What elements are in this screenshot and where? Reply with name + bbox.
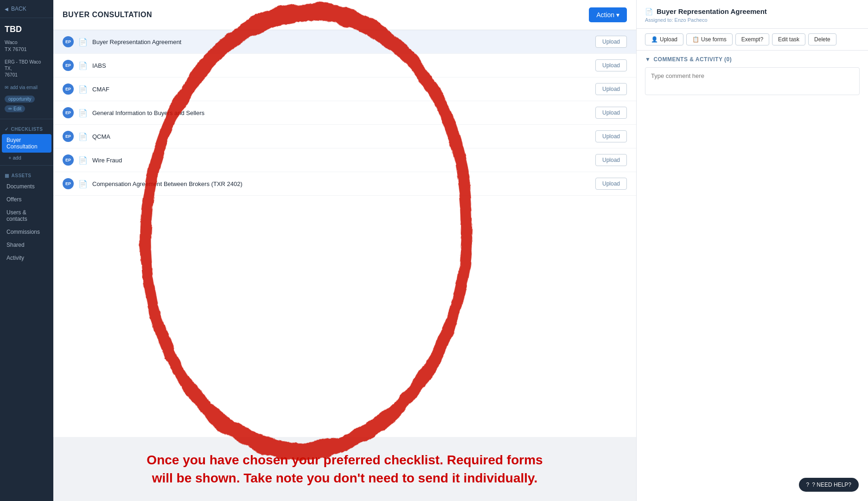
doc-avatar: EP [63,154,74,166]
upload-button[interactable]: Upload [595,130,627,142]
right-panel-header: 📄 Buyer Representation Agreement Assigne… [637,0,868,29]
comments-header[interactable]: ▼ COMMENTS & ACTIVITY (0) [645,56,860,63]
upload-button[interactable]: 👤 Upload [645,33,683,45]
back-label: BACK [11,6,26,12]
document-icon: 📄 [645,8,653,15]
checklists-section-header: ✓ CHECKLISTS [0,122,53,134]
right-panel: 📄 Buyer Representation Agreement Assigne… [636,0,868,501]
doc-file-icon: 📄 [78,85,88,94]
pencil-icon: ✏ [8,106,12,111]
property-location: Waco TX 76701 [0,38,53,58]
doc-name: Wire Fraud [92,157,591,164]
table-row: EP📄IABSUpload [53,54,636,77]
back-arrow-icon: ◀ [5,6,8,12]
property-erg: ERG - TBD Waco TX, 76701 [0,58,53,83]
doc-file-icon: 📄 [78,61,88,70]
sidebar-item-activity[interactable]: Activity [2,252,51,264]
upload-button[interactable]: Upload [595,107,627,119]
table-row: EP📄General Information to Buyers and Sel… [53,101,636,125]
checklist-title: BUYER CONSULTATION [63,11,152,19]
exempt-button[interactable]: Exempt? [735,33,769,45]
doc-file-icon: 📄 [78,180,88,188]
upload-icon: 👤 [651,36,658,43]
tags-container: opportunity ✏ Edit [0,92,53,116]
collapse-icon: ▼ [645,56,651,63]
doc-file-icon: 📄 [78,38,88,46]
opportunity-tag[interactable]: opportunity [5,96,35,103]
use-forms-button[interactable]: 📋 Use forms [686,33,733,45]
doc-name: CMAF [92,86,591,93]
action-button[interactable]: Action ▾ [589,7,627,22]
content-wrapper: BUYER CONSULTATION Action ▾ EP📄Buyer Rep… [53,0,868,501]
property-title: TBD [0,18,53,38]
divider [0,119,53,119]
upload-button[interactable]: Upload [595,178,627,190]
checklists-section-icon: ✓ [5,127,9,132]
main-content: BUYER CONSULTATION Action ▾ EP📄Buyer Rep… [53,0,868,501]
back-button[interactable]: ◀ BACK [0,0,53,18]
doc-avatar: EP [63,178,74,189]
assets-section-header: ▦ ASSETS [0,168,53,180]
doc-name: Buyer Representation Agreement [92,39,591,45]
doc-file-icon: 📄 [78,109,88,117]
divider-assets [0,165,53,166]
comment-input[interactable] [645,67,860,95]
sidebar-add-checklist[interactable]: + add [0,153,53,162]
help-icon: ? [806,482,810,488]
sidebar: ◀ BACK TBD Waco TX 76701 ERG - TBD Waco … [0,0,53,501]
table-row: EP📄CMAFUpload [53,77,636,101]
sidebar-item-documents[interactable]: Documents [2,180,51,193]
email-icon: ✉ [5,85,8,90]
bottom-message-container: Once you have chosen your preferred chec… [53,437,636,501]
sidebar-item-users-contacts[interactable]: Users & contacts [2,206,51,225]
sidebar-item-shared[interactable]: Shared [2,239,51,251]
right-panel-title: 📄 Buyer Representation Agreement [645,7,860,15]
assets-section-icon: ▦ [5,173,9,178]
doc-avatar: EP [63,107,74,118]
doc-avatar: EP [63,60,74,71]
need-help-button[interactable]: ? ? NEED HELP? [799,478,859,492]
edit-task-button[interactable]: Edit task [772,33,805,45]
comments-section: ▼ COMMENTS & ACTIVITY (0) [637,51,868,501]
doc-avatar: EP [63,36,74,47]
doc-name: General Information to Buyers and Seller… [92,109,591,116]
table-row: EP📄Compensation Agreement Between Broker… [53,172,636,196]
doc-avatar: EP [63,84,74,95]
doc-name: QCMA [92,133,591,140]
upload-button[interactable]: Upload [595,36,627,48]
delete-button[interactable]: Delete [808,33,836,45]
edit-tag[interactable]: ✏ Edit [5,105,25,112]
table-row: EP📄Wire FraudUpload [53,148,636,172]
right-panel-actions: 👤 Upload 📋 Use forms Exempt? Edit task D… [637,29,868,51]
doc-file-icon: 📄 [78,156,88,165]
doc-name: Compensation Agreement Between Brokers (… [92,180,591,187]
assigned-to: Assigned to: Enzo Pacheco [645,17,860,23]
sidebar-item-commissions[interactable]: Commissions [2,226,51,238]
upload-button[interactable]: Upload [595,154,627,166]
sidebar-item-offers[interactable]: Offers [2,193,51,206]
upload-button[interactable]: Upload [595,83,627,95]
doc-name: IABS [92,62,591,69]
table-row: EP📄Buyer Representation AgreementUpload [53,30,636,54]
add-email-link[interactable]: ✉ add via email [0,83,53,92]
table-row: EP📄QCMAUpload [53,125,636,148]
forms-icon: 📋 [692,36,699,43]
doc-file-icon: 📄 [78,132,88,141]
document-list: EP📄Buyer Representation AgreementUploadE… [53,30,636,437]
upload-button[interactable]: Upload [595,59,627,71]
doc-avatar: EP [63,131,74,142]
checklist-header: BUYER CONSULTATION Action ▾ [53,0,636,30]
sidebar-item-buyer-consultation[interactable]: Buyer Consultation [2,134,51,153]
bottom-message-text: Once you have chosen your preferred chec… [136,451,554,487]
checklist-panel: BUYER CONSULTATION Action ▾ EP📄Buyer Rep… [53,0,636,501]
